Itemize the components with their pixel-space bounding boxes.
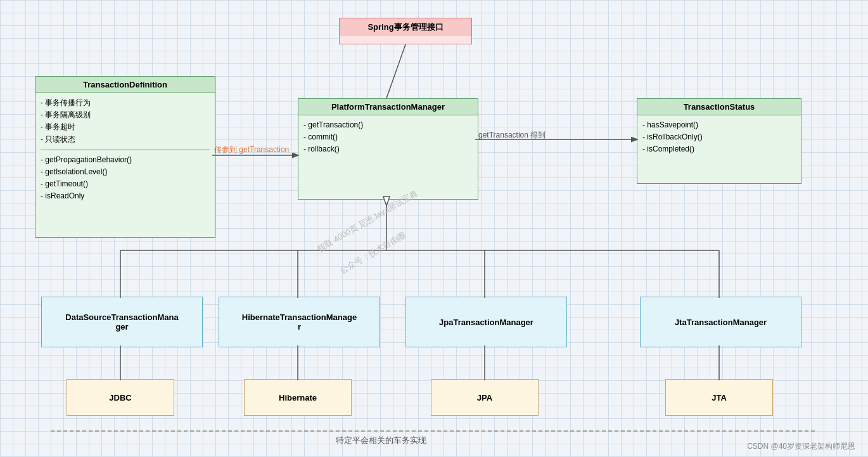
hibernate-manager-label: HibernateTransactionManager bbox=[219, 297, 380, 347]
transaction-definition-header: TransactionDefinition bbox=[35, 77, 215, 93]
jta-label: JTA bbox=[666, 380, 772, 415]
transaction-definition-box: TransactionDefinition - 事务传播行为 - 事务隔离级别 … bbox=[35, 76, 215, 238]
hibernate-box: Hibernate bbox=[244, 379, 352, 416]
td-line3: - 事务超时 bbox=[41, 121, 210, 133]
jta-manager-label: JtaTransactionManager bbox=[641, 297, 801, 347]
jpa-box: JPA bbox=[431, 379, 539, 416]
ptm-body: - getTransaction() - commit() - rollback… bbox=[298, 115, 478, 160]
bottom-dashed-label: 特定平会相关的车务实现 bbox=[336, 435, 426, 446]
arrow-label-1: 传参到 getTransaction bbox=[214, 145, 289, 155]
td-line2: - 事务隔离级别 bbox=[41, 109, 210, 121]
jpa-manager-label: JpaTransactionManager bbox=[406, 297, 566, 347]
ptm-header: PlatformTransactionManager bbox=[298, 99, 478, 115]
ts-method2: - isRollbackOnly() bbox=[642, 131, 796, 143]
jta-box: JTA bbox=[665, 379, 773, 416]
transaction-status-box: TransactionStatus - hasSavepoint() - isR… bbox=[637, 98, 801, 184]
hibernate-manager-box: HibernateTransactionManager bbox=[219, 297, 380, 347]
td-method4: - isReadOnly bbox=[41, 190, 210, 202]
td-method3: - getTimeout() bbox=[41, 178, 210, 190]
transaction-definition-body: - 事务传播行为 - 事务隔离级别 - 事务超时 - 只读状态 - getPro… bbox=[35, 93, 215, 207]
diagram-container: Spring事务管理接口 TransactionDefinition - 事务传… bbox=[0, 0, 868, 457]
platform-transaction-manager-box: PlatformTransactionManager - getTransact… bbox=[298, 98, 478, 200]
ptm-method1: - getTransaction() bbox=[303, 119, 473, 131]
spring-interface-box: Spring事务管理接口 bbox=[339, 18, 472, 44]
ts-body: - hasSavepoint() - isRollbackOnly() - is… bbox=[637, 115, 801, 160]
td-method2: - getIsolationLevel() bbox=[41, 166, 210, 178]
datasource-manager-box: DataSourceTransactionManager bbox=[41, 297, 203, 347]
datasource-manager-label: DataSourceTransactionManager bbox=[42, 297, 202, 347]
hibernate-label: Hibernate bbox=[245, 380, 351, 415]
jpa-manager-box: JpaTransactionManager bbox=[405, 297, 567, 347]
csdn-label: CSDN @40岁资深老架构师尼恩 bbox=[747, 441, 855, 452]
ts-header: TransactionStatus bbox=[637, 99, 801, 115]
td-method1: - getPropagationBehavior() bbox=[41, 154, 210, 166]
jpa-label: JPA bbox=[431, 380, 538, 415]
svg-line-0 bbox=[386, 44, 405, 98]
ts-method3: - isCompleted() bbox=[642, 143, 796, 155]
jdbc-label: JDBC bbox=[67, 380, 174, 415]
jdbc-box: JDBC bbox=[67, 379, 174, 416]
ptm-method3: - rollback() bbox=[303, 143, 473, 155]
ptm-method2: - commit() bbox=[303, 131, 473, 143]
spring-interface-header: Spring事务管理接口 bbox=[340, 18, 471, 36]
td-line4: - 只读状态 bbox=[41, 134, 210, 146]
arrow-label-2: getTransaction 得到 bbox=[478, 130, 546, 141]
ts-method1: - hasSavepoint() bbox=[642, 119, 796, 131]
watermark-2: 公众号：技术自由圈 bbox=[338, 229, 407, 276]
td-line1: - 事务传播行为 bbox=[41, 97, 210, 109]
jta-manager-box: JtaTransactionManager bbox=[640, 297, 801, 347]
